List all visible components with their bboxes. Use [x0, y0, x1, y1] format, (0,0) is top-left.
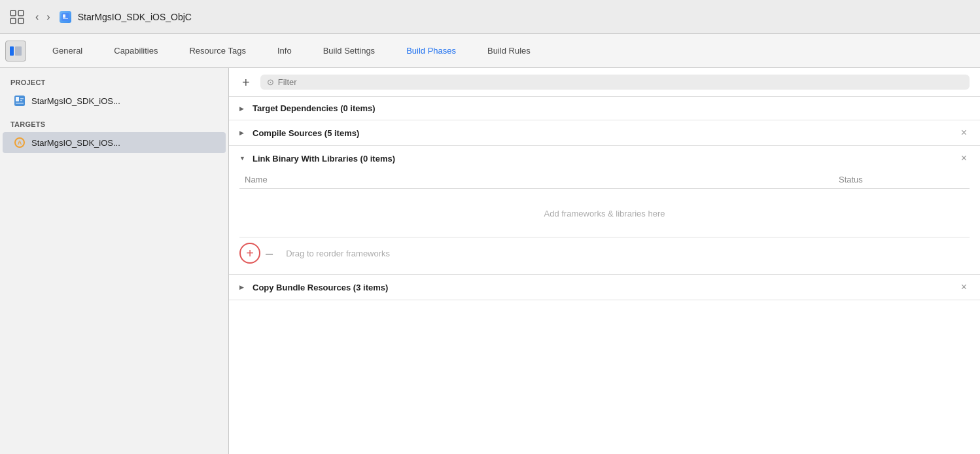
phase-copy-bundle: ▶ Copy Bundle Resources (3 items) ×	[229, 275, 980, 300]
copy-bundle-close-button[interactable]: ×	[958, 281, 970, 293]
svg-rect-12	[20, 98, 24, 99]
filter-input-wrapper: ⊙	[260, 75, 970, 90]
main-layout: PROJECT StarMgsIO_SDK_iOS... TARGETS A S…	[0, 68, 980, 454]
phase-compile-sources: ▶ Compile Sources (5 items) ×	[229, 120, 980, 146]
sidebar-item-project[interactable]: StarMgsIO_SDK_iOS...	[3, 90, 226, 111]
svg-rect-10	[16, 97, 19, 101]
remove-library-button-icon: –	[266, 246, 273, 261]
svg-rect-0	[10, 10, 16, 16]
tab-resource-tags[interactable]: Resource Tags	[173, 34, 261, 68]
titlebar: ‹ › StarMgsIO_SDK_iOS_ObjC	[0, 0, 980, 34]
link-binary-close-button[interactable]: ×	[958, 152, 970, 164]
project-item-label: StarMgsIO_SDK_iOS...	[31, 96, 120, 106]
add-library-button[interactable]: +	[239, 243, 260, 264]
svg-rect-11	[16, 103, 24, 104]
svg-rect-13	[20, 100, 22, 101]
sidebar-toggle-button[interactable]	[5, 41, 26, 61]
chevron-down-icon: ▼	[239, 155, 247, 162]
empty-message: Add frameworks & libraries here	[239, 189, 970, 232]
svg-rect-6	[63, 18, 68, 19]
target-inner-icon: A	[14, 137, 25, 148]
tabbar: General Capabilities Resource Tags Info …	[0, 34, 980, 68]
phase-compile-sources-title: Compile Sources (5 items)	[253, 128, 958, 138]
filter-input[interactable]	[278, 77, 963, 87]
svg-rect-1	[18, 10, 24, 16]
chevron-right-icon: ▶	[239, 105, 247, 112]
window-title: StarMgsIO_SDK_iOS_ObjC	[78, 12, 192, 22]
tab-info[interactable]: Info	[262, 34, 307, 68]
phase-link-binary-body: Name Status Add frameworks & libraries h…	[229, 171, 980, 274]
nav-buttons: ‹ ›	[33, 10, 53, 24]
tab-capabilities[interactable]: Capabilities	[98, 34, 173, 68]
tab-build-rules[interactable]: Build Rules	[472, 34, 546, 68]
col-name-header: Name	[239, 175, 839, 184]
svg-rect-5	[63, 14, 65, 18]
filter-icon: ⊙	[267, 77, 274, 87]
sidebar: PROJECT StarMgsIO_SDK_iOS... TARGETS A S…	[0, 68, 229, 454]
svg-rect-2	[10, 18, 16, 24]
chevron-right-icon-compile: ▶	[239, 130, 247, 136]
tab-list: General Capabilities Resource Tags Info …	[37, 34, 980, 68]
tab-build-settings[interactable]: Build Settings	[307, 34, 391, 68]
chevron-right-icon-copy: ▶	[239, 284, 247, 290]
phase-link-binary: ▼ Link Binary With Libraries (0 items) ×…	[229, 146, 980, 275]
col-status-header: Status	[839, 175, 970, 184]
phase-link-binary-header[interactable]: ▼ Link Binary With Libraries (0 items) ×	[229, 146, 980, 171]
forward-button[interactable]: ›	[44, 10, 52, 24]
phase-target-dependencies: ▶ Target Dependencies (0 items)	[229, 97, 980, 120]
project-icon	[13, 94, 26, 107]
tab-build-phases[interactable]: Build Phases	[391, 34, 472, 68]
phase-compile-sources-header[interactable]: ▶ Compile Sources (5 items) ×	[229, 120, 980, 145]
targets-section-header: TARGETS	[0, 118, 228, 132]
grid-icon	[8, 8, 26, 26]
content-toolbar: + ⊙	[229, 68, 980, 97]
phase-link-binary-title: Link Binary With Libraries (0 items)	[253, 154, 958, 164]
back-button[interactable]: ‹	[33, 10, 41, 24]
compile-sources-close-button[interactable]: ×	[958, 127, 970, 139]
sidebar-item-target[interactable]: A StarMgsIO_SDK_iOS...	[3, 132, 226, 153]
project-section-header: PROJECT	[0, 76, 228, 90]
svg-rect-7	[10, 46, 14, 56]
target-item-label: StarMgsIO_SDK_iOS...	[31, 138, 120, 148]
svg-rect-3	[18, 18, 24, 24]
table-header: Name Status	[239, 171, 970, 189]
phase-copy-bundle-title: Copy Bundle Resources (3 items)	[253, 283, 958, 292]
add-phase-button[interactable]: +	[239, 76, 253, 89]
phase-target-dependencies-title: Target Dependencies (0 items)	[253, 103, 970, 113]
phase-target-dependencies-header[interactable]: ▶ Target Dependencies (0 items)	[229, 97, 980, 120]
tab-general[interactable]: General	[37, 34, 98, 68]
content-area: + ⊙ ▶ Target Dependencies (0 items) ▶ Co…	[229, 68, 980, 454]
drag-hint-label: Drag to reorder frameworks	[286, 249, 390, 258]
project-file-icon	[60, 11, 71, 23]
phase-copy-bundle-header[interactable]: ▶ Copy Bundle Resources (3 items) ×	[229, 275, 980, 300]
target-icon: A	[13, 136, 26, 149]
svg-rect-8	[15, 46, 22, 56]
add-library-row: + – Drag to reorder frameworks	[239, 237, 970, 264]
